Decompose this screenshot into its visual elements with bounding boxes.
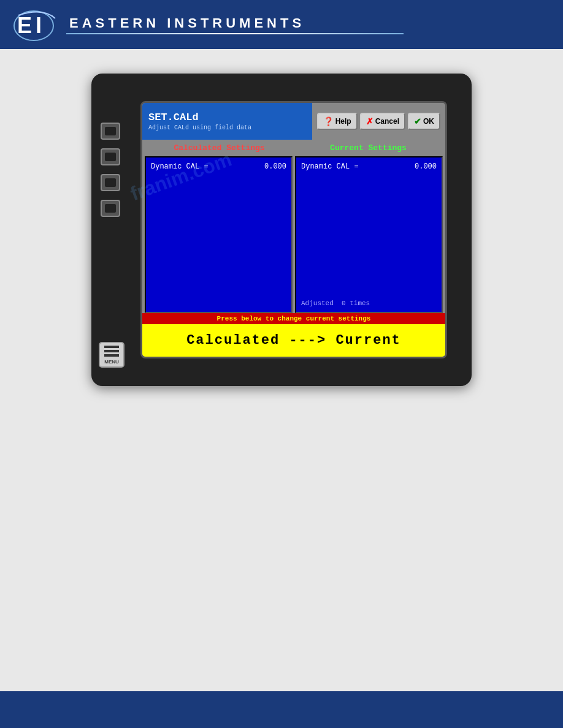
cancel-button[interactable]: ✗ Cancel <box>360 113 405 130</box>
help-icon: ❓ <box>323 116 334 126</box>
device-frame: franim.com MENU <box>91 74 472 386</box>
header: E I EASTERN INSTRUMENTS <box>0 0 563 49</box>
calculated-dynamic-cal-value: 0.000 <box>264 162 286 171</box>
side-button-2[interactable] <box>101 148 120 165</box>
side-button-1[interactable] <box>101 123 120 140</box>
current-dynamic-cal-value: 0.000 <box>415 162 437 171</box>
calculated-panel: Dynamic CAL = 0.000 <box>145 156 293 313</box>
current-dynamic-cal-row: Dynamic CAL = 0.000 <box>301 162 437 171</box>
calculated-settings-header: Calculated Settings <box>145 142 294 154</box>
calculated-dynamic-cal-label: Dynamic CAL = <box>151 162 209 171</box>
screen-title: SET.CALd <box>148 112 306 123</box>
current-settings-header: Current Settings <box>294 142 443 154</box>
main-content: franim.com MENU <box>0 49 563 691</box>
data-panels: Dynamic CAL = 0.000 Dynamic CAL = 0.000 … <box>142 156 445 313</box>
title-bar: SET.CALd Adjust CALd using field data ❓ … <box>142 103 445 140</box>
title-buttons: ❓ Help ✗ Cancel ✔ OK <box>312 103 445 140</box>
menu-button-area: MENU <box>99 342 124 368</box>
adjusted-value: 0 times <box>342 300 370 307</box>
menu-button[interactable]: MENU <box>99 342 124 368</box>
calculated-dynamic-cal-row: Dynamic CAL = 0.000 <box>151 162 286 171</box>
svg-rect-4 <box>104 350 119 352</box>
side-button-4[interactable] <box>101 200 120 217</box>
ok-button[interactable]: ✔ OK <box>408 113 440 130</box>
company-name: EASTERN INSTRUMENTS <box>69 15 404 31</box>
screen-subtitle: Adjust CALd using field data <box>148 124 306 131</box>
side-button-3[interactable] <box>101 174 120 191</box>
adjusted-info: Adjusted 0 times <box>301 300 437 307</box>
action-button[interactable]: Calculated ---> Current <box>142 324 445 357</box>
ok-label: OK <box>423 117 434 126</box>
help-label: Help <box>335 117 351 126</box>
cancel-label: Cancel <box>375 117 399 126</box>
svg-text:I: I <box>36 13 42 38</box>
ok-icon: ✔ <box>414 116 421 126</box>
side-buttons <box>101 123 120 217</box>
cancel-icon: ✗ <box>366 116 373 126</box>
svg-text:E: E <box>17 13 32 38</box>
menu-icon <box>104 346 119 357</box>
help-button[interactable]: ❓ Help <box>317 113 358 130</box>
current-dynamic-cal-label: Dynamic CAL = <box>301 162 359 171</box>
screen: SET.CALd Adjust CALd using field data ❓ … <box>140 101 447 358</box>
svg-rect-5 <box>104 354 119 357</box>
side-button-2-inner <box>105 153 116 161</box>
current-panel: Dynamic CAL = 0.000 Adjusted 0 times <box>295 156 443 313</box>
status-bar: Press below to change current settings <box>142 313 445 324</box>
title-section: SET.CALd Adjust CALd using field data <box>142 103 312 140</box>
side-button-4-inner <box>105 204 116 213</box>
adjusted-label: Adjusted <box>301 300 334 307</box>
ei-logo-icon: E I <box>12 6 58 43</box>
logo-area: E I EASTERN INSTRUMENTS <box>12 6 404 43</box>
side-button-3-inner <box>105 178 116 187</box>
column-headers: Calculated Settings Current Settings <box>142 140 445 156</box>
header-line <box>66 33 404 34</box>
side-button-1-inner <box>105 127 116 135</box>
footer <box>0 691 563 728</box>
menu-label: MENU <box>104 359 119 365</box>
svg-rect-3 <box>104 346 119 348</box>
